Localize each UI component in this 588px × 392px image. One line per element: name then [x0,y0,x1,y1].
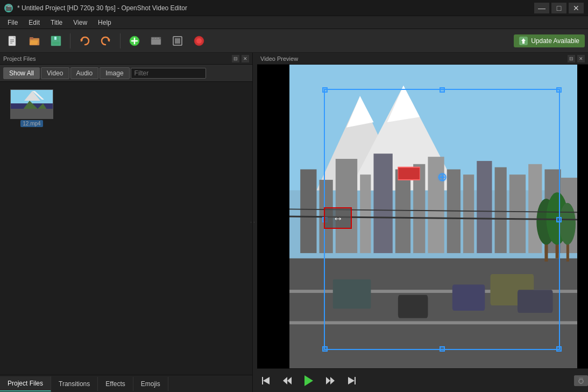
screenshot-button[interactable] [574,375,588,386]
tab-video[interactable]: Video [41,67,69,79]
go-to-end-button[interactable] [343,372,360,389]
tab-show-all[interactable]: Show All [3,67,40,79]
close-button[interactable]: ✕ [569,3,584,13]
resize-handle[interactable]: ··· [253,53,257,392]
video-display: ⊕ ↔ [257,65,588,368]
bottom-tabs: Project Files Transitions Effects Emojis [0,375,252,392]
file-thumbnail [10,89,53,119]
tab-image[interactable]: Image [100,67,129,79]
svg-marker-79 [304,375,313,386]
right-panel: Video Preview ⊟ ✕ [257,53,588,392]
project-files-controls: ⊟ ✕ [232,55,249,62]
svg-rect-9 [54,37,56,40]
svg-rect-48 [428,157,444,253]
svg-rect-45 [373,153,392,253]
menu-file[interactable]: File [2,18,23,27]
svg-rect-10 [52,41,60,45]
go-to-start-icon [259,374,272,387]
video-scene [289,65,577,368]
svg-marker-75 [262,377,263,384]
screenshot-area [574,375,588,386]
tab-effects[interactable]: Effects [98,377,133,391]
clip-tool-icon [150,35,162,47]
filter-tabs: Show All Video Audio Image [0,65,252,82]
file-name-label: 12.mp4 [20,120,42,127]
new-project-button[interactable] [3,31,23,51]
tab-transitions[interactable]: Transitions [51,377,98,391]
video-preview-title: Video Preview [260,55,298,62]
video-frame: ⊕ ↔ [289,65,577,368]
svg-rect-59 [289,258,577,368]
play-icon [301,373,316,388]
svg-rect-66 [518,290,553,313]
menu-title[interactable]: Title [45,18,68,27]
fast-forward-icon [324,374,337,387]
menu-help[interactable]: Help [93,18,117,27]
undo-icon [79,35,90,47]
video-black-bar-right [577,65,588,368]
video-canvas: ⊕ ↔ [257,65,588,368]
project-files-close-button[interactable]: ✕ [242,55,249,62]
tab-emojis[interactable]: Emojis [133,377,168,391]
maximize-button[interactable]: □ [551,3,566,13]
main-area: Project Files ⊟ ✕ Show All Video Audio I… [0,53,588,392]
project-files-title: Project Files [3,55,36,62]
undo-button[interactable] [75,31,94,51]
svg-marker-76 [263,377,270,384]
minimize-button[interactable]: — [534,3,549,13]
file-item-12mp4[interactable]: 12.mp4 [8,89,56,127]
video-preview-close-button[interactable]: ✕ [577,55,585,62]
svg-rect-51 [477,161,492,253]
record-icon [193,35,205,47]
camera-icon [576,376,586,385]
video-black-bar-left [257,65,289,368]
svg-rect-41 [300,169,316,253]
titlebar-left: 🎬 * Untitled Project [HD 720p 30 fps] - … [4,4,187,12]
project-files-header: Project Files ⊟ ✕ [0,53,252,65]
svg-rect-24 [175,38,180,44]
video-preview-header: Video Preview ⊟ ✕ [257,53,588,65]
svg-rect-44 [360,174,371,253]
fast-forward-button[interactable] [322,372,339,389]
svg-rect-57 [398,167,420,180]
svg-rect-19 [153,38,154,39]
video-preview-float-button[interactable]: ⊟ [568,55,575,62]
open-project-button[interactable] [25,31,44,51]
redo-icon [100,35,112,47]
titlebar-controls: — □ ✕ [534,3,584,13]
rewind-button[interactable] [279,372,296,389]
go-to-start-button[interactable] [257,372,274,389]
svg-rect-43 [336,159,357,253]
menu-view[interactable]: View [68,18,93,27]
play-button[interactable] [300,372,317,389]
svg-rect-46 [395,169,410,253]
tab-audio[interactable]: Audio [70,67,99,79]
svg-rect-20 [155,38,156,39]
svg-rect-53 [509,174,526,253]
svg-rect-34 [11,109,53,118]
svg-marker-83 [355,377,356,384]
clip-tool-button[interactable] [146,31,166,51]
left-panel: Project Files ⊟ ✕ Show All Video Audio I… [0,53,253,392]
record-button[interactable] [189,31,209,51]
project-files-float-button[interactable]: ⊟ [232,55,239,62]
svg-marker-81 [330,377,335,384]
go-to-end-icon [345,374,358,387]
fullscreen-button[interactable] [168,31,187,51]
svg-rect-21 [157,38,158,39]
svg-rect-61 [289,321,577,324]
open-project-icon [29,35,40,47]
redo-button[interactable] [96,31,116,51]
svg-marker-80 [326,377,330,384]
video-preview-controls: ⊟ ✕ [568,55,585,62]
update-label: Update Available [531,37,579,45]
menu-edit[interactable]: Edit [23,18,45,27]
svg-rect-52 [495,167,507,253]
tab-project-files[interactable]: Project Files [0,376,51,391]
menubar: File Edit Title View Help [0,16,588,29]
filter-input[interactable] [131,68,206,79]
save-project-button[interactable] [46,31,66,51]
update-available-button[interactable]: Update Available [514,34,585,47]
project-files-content: 12.mp4 [0,82,252,375]
import-files-button[interactable] [125,31,144,51]
